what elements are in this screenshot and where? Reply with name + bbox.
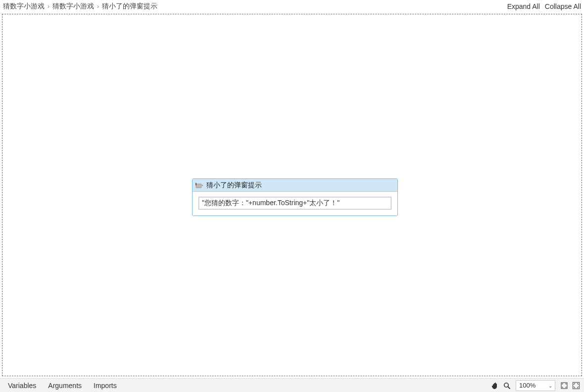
- designer-canvas[interactable]: 猜小了的弹窗提示: [2, 14, 582, 376]
- fit-to-screen-icon[interactable]: [559, 381, 569, 391]
- pan-hand-icon[interactable]: [490, 381, 500, 391]
- breadcrumb-item-0[interactable]: 猜数字小游戏: [3, 2, 45, 11]
- tab-variables[interactable]: Variables: [2, 382, 42, 390]
- chevron-right-icon: ›: [97, 3, 99, 10]
- svg-rect-1: [195, 183, 196, 185]
- topbar: 猜数字小游戏 › 猜数字小游戏 › 猜小了的弹窗提示 Expand All Co…: [0, 0, 584, 13]
- breadcrumb-item-2[interactable]: 猜小了的弹窗提示: [102, 2, 157, 11]
- zoom-value: 100%: [519, 382, 535, 389]
- zoom-select[interactable]: 100% ⌄: [516, 380, 555, 391]
- bottombar: Variables Arguments Imports 100% ⌄: [0, 378, 584, 392]
- activity-header[interactable]: 猜小了的弹窗提示: [193, 179, 397, 192]
- expand-all-button[interactable]: Expand All: [507, 2, 540, 10]
- activity-body: [193, 192, 397, 216]
- breadcrumb: 猜数字小游戏 › 猜数字小游戏 › 猜小了的弹窗提示: [3, 2, 157, 11]
- svg-rect-0: [196, 184, 201, 188]
- activity-title: 猜小了的弹窗提示: [206, 181, 262, 190]
- expression-input[interactable]: [198, 197, 391, 210]
- svg-line-3: [508, 387, 510, 389]
- chevron-right-icon: ›: [48, 3, 49, 10]
- svg-rect-5: [573, 382, 580, 389]
- messagebox-icon: [195, 182, 203, 188]
- tab-arguments[interactable]: Arguments: [42, 382, 88, 390]
- chevron-down-icon: ⌄: [548, 383, 552, 388]
- tab-imports[interactable]: Imports: [88, 382, 123, 390]
- breadcrumb-item-1[interactable]: 猜数字小游戏: [52, 2, 94, 11]
- zoom-magnifier-icon[interactable]: [502, 381, 512, 391]
- collapse-all-button[interactable]: Collapse All: [545, 2, 581, 10]
- overview-icon[interactable]: [571, 381, 581, 391]
- activity-card[interactable]: 猜小了的弹窗提示: [192, 178, 398, 216]
